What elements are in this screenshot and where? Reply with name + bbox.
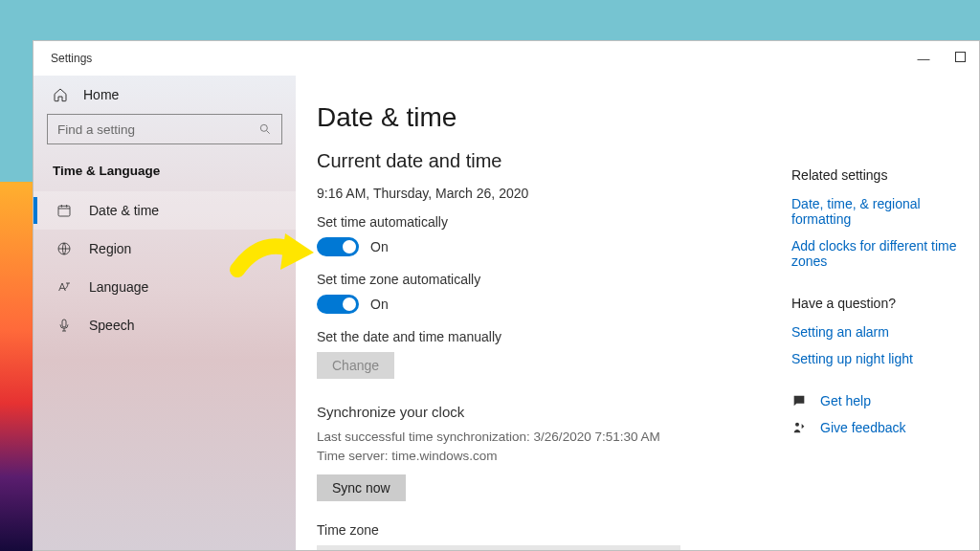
timezone-label: Time zone — [317, 522, 788, 538]
mic-icon — [56, 318, 72, 333]
sync-server-line: Time server: time.windows.com — [317, 447, 788, 466]
svg-rect-3 — [62, 320, 66, 327]
search-box[interactable] — [47, 114, 282, 144]
svg-point-4 — [795, 423, 799, 427]
search-icon — [258, 122, 272, 136]
sidebar-item-label: Region — [89, 241, 131, 256]
link-regional-formatting[interactable]: Date, time, & regional formatting — [791, 196, 971, 227]
feedback-icon — [791, 420, 807, 435]
manual-datetime-label: Set the date and time manually — [317, 329, 788, 344]
auto-tz-state: On — [370, 297, 389, 312]
language-icon — [56, 279, 72, 295]
sidebar-item-speech[interactable]: Speech — [33, 306, 296, 344]
question-heading: Have a question? — [791, 296, 971, 311]
sidebar-home[interactable]: Home — [47, 81, 282, 114]
sidebar-section-label: Time & Language — [47, 160, 282, 191]
maximize-button[interactable] — [955, 52, 966, 62]
related-settings-heading: Related settings — [791, 167, 971, 183]
right-pane: Related settings Date, time, & regional … — [788, 102, 979, 550]
settings-window: Settings — Home Time & Language Date & t… — [33, 40, 980, 551]
link-night-light[interactable]: Setting up night light — [791, 351, 971, 366]
globe-icon — [56, 241, 72, 256]
sync-last-line: Last successful time synchronization: 3/… — [317, 428, 788, 447]
get-help-row[interactable]: Get help — [791, 393, 971, 408]
give-feedback-row[interactable]: Give feedback — [791, 420, 971, 435]
link-add-clocks[interactable]: Add clocks for different time zones — [791, 238, 971, 269]
desktop-wallpaper-strip — [0, 182, 33, 551]
get-help-label: Get help — [820, 393, 871, 408]
auto-tz-toggle[interactable] — [317, 295, 359, 314]
sidebar-item-label: Language — [89, 279, 148, 295]
sidebar-item-label: Speech — [89, 318, 134, 333]
change-button: Change — [317, 352, 394, 379]
sidebar-item-label: Date & time — [89, 203, 159, 218]
timezone-select: (UTC-08:00) Pacific Time (US & Canada) — [317, 545, 680, 550]
give-feedback-label: Give feedback — [820, 420, 906, 435]
sidebar-home-label: Home — [83, 87, 119, 102]
auto-time-state: On — [370, 239, 389, 254]
current-datetime-value: 9:16 AM, Thursday, March 26, 2020 — [317, 186, 788, 201]
page-title: Date & time — [317, 102, 788, 133]
svg-point-0 — [260, 124, 267, 131]
minimize-button[interactable]: — — [917, 52, 930, 66]
home-icon — [53, 87, 68, 102]
chat-icon — [791, 393, 807, 408]
search-input[interactable] — [57, 122, 258, 137]
window-controls: — — [917, 52, 966, 66]
sync-heading: Synchronize your clock — [317, 404, 788, 420]
window-title: Settings — [51, 52, 917, 65]
svg-rect-1 — [58, 206, 70, 216]
current-datetime-heading: Current date and time — [317, 150, 788, 172]
main-content: Date & time Current date and time 9:16 A… — [317, 102, 788, 550]
sync-now-button[interactable]: Sync now — [317, 474, 406, 501]
auto-time-label: Set time automatically — [317, 214, 788, 230]
titlebar: Settings — — [33, 41, 979, 76]
auto-tz-label: Set time zone automatically — [317, 272, 788, 287]
annotation-arrow-icon — [228, 222, 323, 289]
clock-icon — [56, 203, 72, 218]
sidebar: Home Time & Language Date & time Region … — [33, 76, 296, 550]
link-setting-alarm[interactable]: Setting an alarm — [791, 324, 971, 340]
